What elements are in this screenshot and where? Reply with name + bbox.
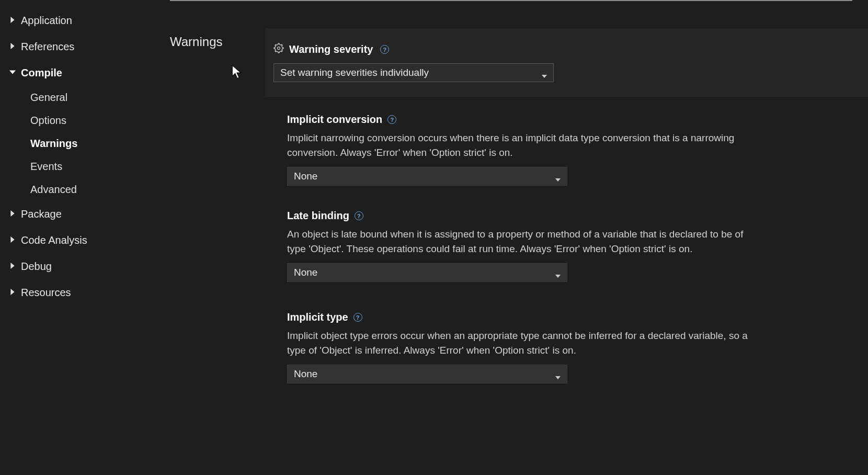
dropdown-value: None [294,368,317,380]
warning-severity-header: Warning severity ? Set warning severitie… [265,28,868,97]
nav-compile-advanced[interactable]: Advanced [21,178,170,201]
nav-code-analysis[interactable]: Code Analysis [0,227,170,253]
setting-title: Implicit type [287,311,348,323]
header-row: Warning severity ? [273,43,852,56]
nav-compile-options[interactable]: Options [21,109,170,132]
nav-label: Debug [21,256,52,276]
dropdown-value: None [294,171,317,182]
nav-compile[interactable]: Compile [0,60,170,86]
nav-debug[interactable]: Debug [0,253,170,279]
nav-label: References [21,37,74,56]
nav-compile-general[interactable]: General [21,86,170,109]
settings-content: Warning severity ? Set warning severitie… [265,0,868,475]
implicit-conversion-dropdown[interactable]: None [287,167,567,186]
setting-title-row: Implicit type ? [287,311,830,323]
nav-package[interactable]: Package [0,201,170,227]
section-title: Warnings [170,35,265,49]
help-icon[interactable]: ? [353,313,362,322]
setting-title: Implicit conversion [287,114,382,126]
help-icon[interactable]: ? [387,115,396,124]
chevron-right-icon [9,289,21,296]
nav-application[interactable]: Application [0,7,170,33]
chevron-right-icon [9,211,21,217]
nav-sublabel: Events [30,161,62,172]
setting-implicit-conversion: Implicit conversion ? Implicit narrowing… [265,97,846,186]
sidebar-nav: Application References Compile General O… [0,0,170,475]
nav-label: Compile [21,63,62,83]
chevron-down-icon [9,70,21,76]
chevron-down-icon [555,270,561,275]
implicit-type-dropdown[interactable]: None [287,365,567,383]
main-content: Warnings Warning severity ? S [170,0,868,475]
chevron-right-icon [9,17,21,24]
late-binding-dropdown[interactable]: None [287,263,567,282]
nav-compile-events[interactable]: Events [21,155,170,178]
chevron-right-icon [9,263,21,269]
dropdown-value: Set warning severities individually [280,67,429,78]
nav-label: Package [21,204,62,224]
nav-label: Code Analysis [21,230,87,250]
chevron-down-icon [555,371,561,377]
warning-severity-dropdown[interactable]: Set warning severities individually [273,63,554,82]
nav-label: Application [21,10,72,30]
setting-title: Late binding [287,210,349,222]
nav-compile-warnings[interactable]: Warnings [21,132,170,155]
horizontal-divider [170,0,852,1]
chevron-down-icon [542,70,547,75]
nav-compile-subgroup: General Options Warnings Events Advanced [0,86,170,201]
warning-severity-label: Warning severity [289,43,373,55]
dropdown-value: None [294,267,317,278]
nav-references[interactable]: References [0,33,170,60]
nav-sublabel: General [30,92,67,103]
nav-resources[interactable]: Resources [0,279,170,306]
setting-description: An object is late bound when it is assig… [287,227,758,256]
setting-title-row: Late binding ? [287,210,830,222]
setting-title-row: Implicit conversion ? [287,114,830,126]
mouse-cursor-icon [232,65,243,82]
setting-late-binding: Late binding ? An object is late bound w… [265,186,846,282]
chevron-right-icon [9,237,21,243]
nav-label: Resources [21,282,71,302]
chevron-right-icon [9,43,21,50]
setting-description: Implicit narrowing conversion occurs whe… [287,131,758,160]
gear-icon [273,43,284,56]
nav-sublabel: Options [30,115,66,126]
section-label-column: Warnings [170,0,265,475]
help-icon[interactable]: ? [355,211,363,220]
help-icon[interactable]: ? [380,45,389,54]
nav-sublabel: Warnings [30,138,77,149]
svg-point-0 [278,47,280,50]
chevron-down-icon [555,174,561,179]
nav-sublabel: Advanced [30,184,77,195]
setting-implicit-type: Implicit type ? Implicit object type err… [265,282,846,383]
setting-description: Implicit object type errors occur when a… [287,329,758,357]
